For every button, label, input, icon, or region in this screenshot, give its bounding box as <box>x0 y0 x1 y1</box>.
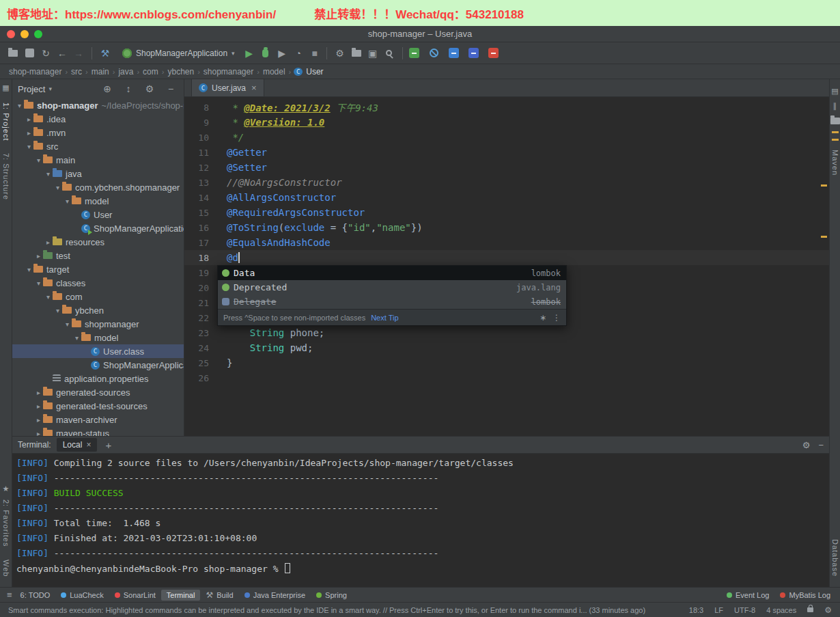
project-tree-item[interactable]: ▾shopmanager <box>12 317 184 331</box>
coverage-icon[interactable]: ▶ <box>275 46 290 61</box>
more-options-icon[interactable]: ⋮ <box>552 313 561 323</box>
codeglance-icon[interactable] <box>407 46 422 61</box>
stop-icon[interactable]: ■ <box>307 46 322 61</box>
status-file-encoding[interactable]: UTF-8 <box>734 606 755 614</box>
new-terminal-tab-button[interactable]: + <box>102 439 114 451</box>
tree-expanded-arrow[interactable]: ▾ <box>15 102 24 109</box>
project-tree-item[interactable]: CUser.class <box>12 344 184 358</box>
pause-icon[interactable]: ∥ <box>830 101 840 111</box>
project-tree-item[interactable]: ▾target <box>12 262 184 276</box>
tool-strip-database[interactable]: Database <box>831 539 839 577</box>
project-tree-item[interactable]: ▾model <box>12 194 184 208</box>
tool-window-button-java-enterprise[interactable]: Java Enterprise <box>239 590 311 601</box>
project-tree-item[interactable]: ▾java <box>12 167 184 180</box>
project-tree-item[interactable]: ▸generated-test-sources <box>12 399 184 413</box>
code-line[interactable]: 24 String pwd; <box>184 340 829 355</box>
code-line[interactable]: 26 <box>184 370 829 385</box>
forward-icon[interactable]: → <box>71 46 86 61</box>
status-line-separator[interactable]: LF <box>714 606 723 614</box>
project-tree-item[interactable]: CShopManagerApplication <box>12 358 184 372</box>
project-tree-item[interactable]: ▾model <box>12 331 184 344</box>
project-tree-item[interactable]: ▸maven-archiver <box>12 413 184 426</box>
tool-window-button-6-todo[interactable]: 6: TODO <box>15 590 56 601</box>
plugin-red-icon[interactable] <box>486 46 501 61</box>
next-tip-link[interactable]: Next Tip <box>371 314 398 322</box>
close-tab-icon[interactable]: × <box>86 440 91 450</box>
project-panel-title[interactable]: Project <box>18 84 45 94</box>
code-line[interactable]: 17@EqualsAndHashCode <box>184 235 829 250</box>
save-icon[interactable] <box>22 46 37 61</box>
tree-expanded-arrow[interactable]: ▾ <box>63 197 72 205</box>
project-tree-item[interactable]: application.properties <box>12 372 184 385</box>
tree-collapsed-arrow[interactable]: ▸ <box>25 115 33 123</box>
warning-stripe-mark[interactable] <box>821 184 827 187</box>
terminal-tab-local[interactable]: Local × <box>57 438 98 452</box>
tree-collapsed-arrow[interactable]: ▸ <box>34 252 43 260</box>
tree-expanded-arrow[interactable]: ▾ <box>25 143 33 150</box>
tool-window-button-spring[interactable]: Spring <box>311 590 352 601</box>
project-structure-icon[interactable] <box>349 46 364 61</box>
back-icon[interactable]: ← <box>55 46 70 61</box>
tree-expanded-arrow[interactable]: ▾ <box>44 170 53 178</box>
tool-strip-7-structure[interactable]: 7: Structure <box>2 153 10 200</box>
code-line[interactable]: 15@RequiredArgsConstructor <box>184 205 829 220</box>
completion-item[interactable]: Deprecatedjava.lang <box>218 280 566 294</box>
tool-strip-2-favorites[interactable]: 2: Favorites <box>2 499 10 547</box>
project-tree-item[interactable]: ▾com.ybchen.shopmanager <box>12 180 184 194</box>
tool-window-button-terminal[interactable]: Terminal <box>161 590 201 601</box>
run-configuration-select[interactable]: ShopManagerApplication ▾ <box>122 49 235 58</box>
settings-gear-icon[interactable]: ⚙ <box>333 46 348 61</box>
run-icon[interactable]: ▶ <box>242 46 257 61</box>
project-tree-item[interactable]: CUser <box>12 208 184 221</box>
profiler-icon[interactable]: ◔ <box>291 46 306 61</box>
locate-icon[interactable]: ⊕ <box>100 81 115 96</box>
background-tasks-icon[interactable]: ⚙ <box>824 605 832 615</box>
project-tree-item[interactable]: ▾com <box>12 290 184 303</box>
breadcrumb-item[interactable]: User <box>304 67 325 77</box>
breadcrumb-item[interactable]: main <box>89 67 111 77</box>
tree-expanded-arrow[interactable]: ▾ <box>53 184 62 191</box>
breadcrumb-item[interactable]: com <box>141 67 160 77</box>
tree-expanded-arrow[interactable]: ▾ <box>63 320 72 328</box>
tool-window-button-sonarlint[interactable]: SonarLint <box>109 590 161 601</box>
open-folder-icon[interactable] <box>5 46 20 61</box>
tool-window-button-luacheck[interactable]: LuaCheck <box>55 590 109 601</box>
breadcrumb-item[interactable]: shop-manager <box>7 67 64 77</box>
plugin-blue-icon[interactable] <box>466 46 481 61</box>
close-tab-icon[interactable]: × <box>251 83 257 93</box>
project-tree-item[interactable]: ▸.idea <box>12 112 184 126</box>
folder-icon[interactable] <box>830 116 840 126</box>
tree-expanded-arrow[interactable]: ▾ <box>72 334 81 342</box>
project-tree-item[interactable]: ▸test <box>12 249 184 262</box>
tool-strip-maven[interactable]: Maven <box>831 150 839 176</box>
project-tree-item[interactable]: ▾classes <box>12 276 184 290</box>
code-line[interactable]: 12@Setter <box>184 160 829 175</box>
build-hammer-icon[interactable]: ⚒ <box>98 46 113 61</box>
project-tree-item[interactable]: ▸generated-sources <box>12 385 184 399</box>
warning-stripe-mark[interactable] <box>821 236 827 238</box>
project-tree-item[interactable]: CShopManagerApplication <box>12 221 184 235</box>
debug-icon[interactable] <box>258 46 273 61</box>
tree-collapsed-arrow[interactable]: ▸ <box>34 402 43 410</box>
status-indent-setting[interactable]: 4 spaces <box>766 606 796 614</box>
code-line[interactable]: 25} <box>184 355 829 370</box>
settings-gear-icon[interactable]: ⚙ <box>142 81 157 96</box>
breadcrumb-item[interactable]: src <box>69 67 84 77</box>
no-entry-icon[interactable] <box>427 46 442 61</box>
code-line[interactable]: 11@Getter <box>184 145 829 160</box>
project-tree-item[interactable]: ▸resources <box>12 235 184 249</box>
warning-stripe-mark[interactable] <box>832 139 839 141</box>
tree-expanded-arrow[interactable]: ▾ <box>34 279 43 287</box>
settings-gear-icon[interactable]: ⚙ <box>802 440 811 450</box>
window-icon[interactable]: ▤ <box>830 86 840 96</box>
project-tree-item[interactable]: ▾shop-manager ~/IdeaProjects/shop-manage… <box>12 98 184 112</box>
window-layout-icon[interactable]: ▣ <box>365 46 380 61</box>
tree-collapsed-arrow[interactable]: ▸ <box>34 389 43 396</box>
search-icon[interactable] <box>382 46 397 61</box>
completion-item[interactable]: Datalombok <box>218 266 566 280</box>
tool-window-button-mybatis-log[interactable]: MyBatis Log <box>774 590 836 601</box>
code-line[interactable]: 16@ToString(exclude = {"id","name"}) <box>184 220 829 235</box>
code-line[interactable]: 23 String phone; <box>184 325 829 340</box>
tree-collapsed-arrow[interactable]: ▸ <box>34 416 43 424</box>
editor-tab-user-java[interactable]: C User.java × <box>191 79 264 96</box>
